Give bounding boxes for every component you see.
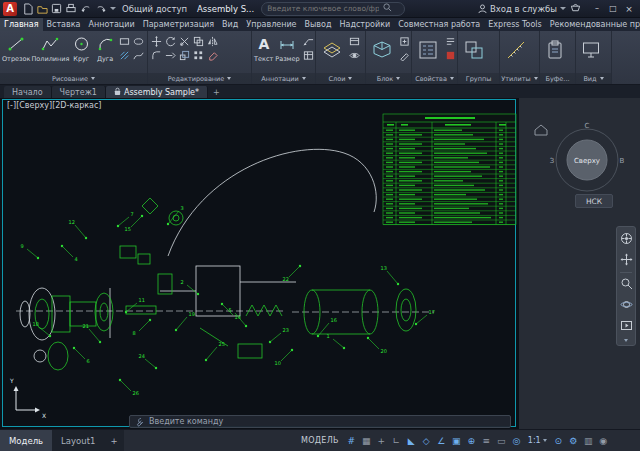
search-icon[interactable] [383, 3, 392, 14]
fillet-icon[interactable] [150, 49, 163, 62]
file-tab-drawing1[interactable]: Чертеж1 [52, 86, 106, 98]
app-store-icon[interactable] [570, 3, 581, 15]
open-folder-icon[interactable] [36, 3, 48, 15]
status-icon-6[interactable]: ∠ [434, 433, 449, 449]
status-icon-5[interactable]: ◇ [419, 433, 434, 449]
dimension-tool[interactable]: Размер [275, 33, 299, 63]
ellipse-icon[interactable] [132, 35, 145, 48]
undo-icon[interactable] [80, 3, 92, 14]
erase-icon[interactable] [206, 49, 219, 62]
pan-icon[interactable] [620, 251, 633, 270]
orbit-icon[interactable] [620, 296, 633, 315]
status-icon-4[interactable]: ◣ [404, 433, 419, 449]
status-right-icon-3[interactable]: ◉ [596, 433, 611, 449]
viewcube-west[interactable]: З [550, 157, 555, 165]
edit-block-icon[interactable] [398, 49, 411, 62]
annotation-scale-button[interactable]: 1:1 [524, 436, 551, 445]
ribbon-tab-7[interactable]: Надстройки [335, 18, 394, 31]
annotation-panel-label[interactable]: Аннотации [252, 73, 315, 84]
stretch-icon[interactable] [164, 49, 177, 62]
line-tool[interactable]: Отрезок [2, 33, 30, 63]
ribbon-tab-8[interactable]: Совместная работа [394, 18, 484, 31]
share-button[interactable]: Общий доступ [119, 4, 190, 14]
ribbon-tab-4[interactable]: Вид [218, 18, 242, 31]
insert-block-icon[interactable] [398, 35, 411, 48]
command-prompt[interactable]: Введите команду [149, 417, 223, 426]
status-icon-10[interactable]: ▭ [494, 433, 509, 449]
mirror-icon[interactable] [206, 35, 219, 48]
status-icon-8[interactable]: ⊕ [464, 433, 479, 449]
maximize-button[interactable]: □ [605, 2, 621, 16]
table-icon[interactable] [302, 49, 315, 62]
color-swatch-icon[interactable] [444, 49, 457, 62]
trim-icon[interactable] [178, 35, 191, 48]
text-tool[interactable]: A Текст [254, 33, 273, 63]
autocad-logo[interactable]: A [3, 2, 17, 16]
status-right-icon-0[interactable]: ⊙ [551, 433, 566, 449]
groups-icon[interactable] [460, 33, 488, 67]
status-icon-11[interactable]: ◎ [509, 433, 524, 449]
status-right-icon-2[interactable]: ▥ [581, 433, 596, 449]
rectangle-icon[interactable] [118, 35, 131, 48]
array-icon[interactable] [192, 49, 205, 62]
ribbon-tab-6[interactable]: Вывод [301, 18, 336, 31]
model-tab[interactable]: Модель [0, 430, 52, 451]
close-button[interactable]: × [621, 2, 637, 16]
viewport-controls[interactable]: [-][Сверху][2D-каркас] [7, 101, 101, 110]
draw-panel-label[interactable]: Рисование [0, 73, 147, 84]
hatch-icon[interactable] [118, 49, 131, 62]
sign-in-button[interactable]: Вход в службы [478, 4, 566, 14]
status-icon-9[interactable]: ≡ [479, 433, 494, 449]
navigation-wheel-icon[interactable] [620, 230, 633, 249]
clipboard-panel-label[interactable]: Буфе... [540, 73, 575, 84]
redo-icon[interactable] [95, 3, 107, 14]
new-layout-button[interactable]: + [104, 430, 123, 451]
ucs-selector-button[interactable]: НСК [575, 194, 613, 208]
ribbon-tab-5[interactable]: Управление [242, 18, 300, 31]
zoom-icon[interactable] [620, 275, 633, 294]
status-icon-2[interactable]: + [374, 433, 389, 449]
rotate-icon[interactable] [164, 35, 177, 48]
file-tab-assembly-sample[interactable]: Assembly Sample* [106, 86, 208, 98]
spline-icon[interactable] [132, 49, 145, 62]
layer-state-icon[interactable] [348, 49, 361, 62]
status-icon-7[interactable]: ▣ [449, 433, 464, 449]
status-right-icon-1[interactable]: ⚙ [566, 433, 581, 449]
block-panel-label[interactable]: Блок [366, 73, 411, 84]
properties-panel-label[interactable]: Свойства [412, 73, 457, 84]
navbar-more-icon[interactable] [624, 339, 628, 342]
layout1-tab[interactable]: Layout1 [52, 430, 104, 451]
showmotion-icon[interactable] [620, 317, 633, 336]
leader-icon[interactable] [302, 35, 315, 48]
scale-icon[interactable] [178, 49, 191, 62]
utilities-panel-label[interactable]: Утилиты [500, 73, 539, 84]
minimize-button[interactable]: – [589, 2, 605, 16]
layers-panel-label[interactable]: Слои [316, 73, 365, 84]
qat-dropdown-icon[interactable] [110, 7, 116, 10]
file-tab-start[interactable]: Начало [4, 86, 52, 98]
arc-tool[interactable]: Дуга [94, 33, 116, 63]
properties-icon[interactable] [414, 33, 442, 67]
customize-icon[interactable] [134, 412, 144, 431]
ribbon-tab-1[interactable]: Вставка [43, 18, 85, 31]
drawing-canvas[interactable]: [-][Сверху][2D-каркас] [0, 98, 519, 429]
command-line[interactable]: Введите команду [129, 415, 511, 428]
block-icon[interactable] [368, 33, 396, 67]
viewcube-north[interactable]: С [585, 122, 590, 130]
ribbon-tab-9[interactable]: Express Tools [484, 18, 546, 31]
ribbon-tab-0[interactable]: Главная [0, 18, 43, 31]
move-icon[interactable] [150, 35, 163, 48]
save-icon[interactable] [51, 3, 62, 14]
model-space-button[interactable]: МОДЕЛЬ [296, 436, 344, 445]
viewcube[interactable]: Сверху С В Ю З [519, 114, 640, 206]
status-icon-1[interactable]: ▦ [359, 433, 374, 449]
groups-panel-label[interactable]: Группы [458, 73, 499, 84]
view-icon[interactable] [578, 33, 604, 67]
measure-icon[interactable] [502, 33, 530, 67]
home-icon[interactable] [535, 125, 547, 135]
status-icon-3[interactable]: ∟ [389, 433, 404, 449]
match-properties-icon[interactable] [444, 35, 457, 48]
status-icon-0[interactable]: # [344, 433, 359, 449]
view-panel-label[interactable]: Вид [576, 73, 611, 84]
circle-tool[interactable]: Круг [70, 33, 92, 63]
